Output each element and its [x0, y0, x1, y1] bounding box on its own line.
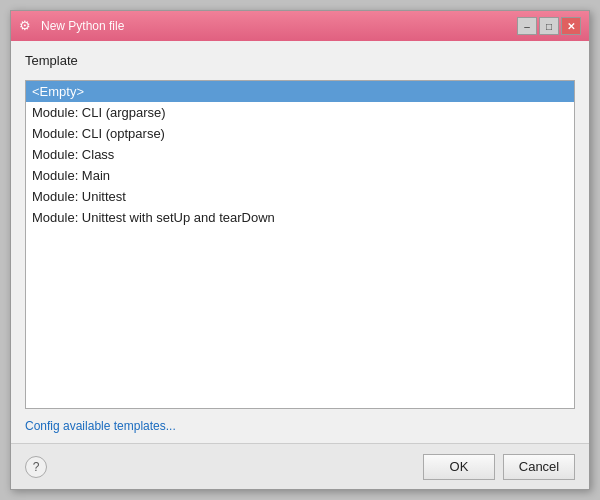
- dialog-window: ⚙ New Python file – □ ✕ Template <Empty>…: [10, 10, 590, 490]
- template-list[interactable]: <Empty>Module: CLI (argparse)Module: CLI…: [25, 80, 575, 409]
- list-item[interactable]: Module: Unittest with setUp and tearDown: [26, 207, 574, 228]
- window-icon: ⚙: [19, 18, 35, 34]
- list-item[interactable]: Module: Main: [26, 165, 574, 186]
- cancel-button[interactable]: Cancel: [503, 454, 575, 480]
- list-item[interactable]: Module: CLI (argparse): [26, 102, 574, 123]
- window-content: Template <Empty>Module: CLI (argparse)Mo…: [11, 41, 589, 443]
- minimize-button[interactable]: –: [517, 17, 537, 35]
- window-title: New Python file: [41, 19, 124, 33]
- maximize-button[interactable]: □: [539, 17, 559, 35]
- list-item[interactable]: Module: Unittest: [26, 186, 574, 207]
- close-button[interactable]: ✕: [561, 17, 581, 35]
- title-bar: ⚙ New Python file – □ ✕: [11, 11, 589, 41]
- list-item[interactable]: Module: Class: [26, 144, 574, 165]
- list-item[interactable]: Module: CLI (optparse): [26, 123, 574, 144]
- ok-button[interactable]: OK: [423, 454, 495, 480]
- dialog-buttons: OK Cancel: [423, 454, 575, 480]
- bottom-bar: ? OK Cancel: [11, 443, 589, 489]
- help-button[interactable]: ?: [25, 456, 47, 478]
- config-link[interactable]: Config available templates...: [25, 419, 575, 433]
- title-bar-left: ⚙ New Python file: [19, 18, 124, 34]
- list-item[interactable]: <Empty>: [26, 81, 574, 102]
- title-bar-controls: – □ ✕: [517, 17, 581, 35]
- section-label: Template: [25, 53, 575, 68]
